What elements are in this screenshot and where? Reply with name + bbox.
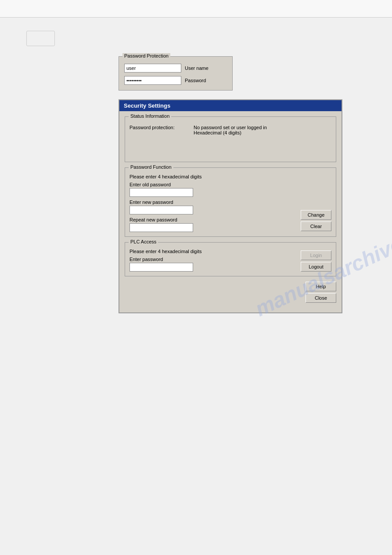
status-value-line1: No password set or user logged in bbox=[194, 125, 267, 130]
password-function-row: Please enter 4 hexadecimal digits Enter … bbox=[129, 174, 331, 232]
password-input[interactable] bbox=[124, 76, 181, 85]
password-function-legend: Password Function bbox=[129, 164, 173, 170]
plc-row: Please enter 4 hexadecimal digits Enter … bbox=[129, 249, 331, 272]
password-function-group: Password Function Please enter 4 hexadec… bbox=[125, 167, 336, 237]
status-value: No password set or user logged in Hexade… bbox=[194, 125, 267, 135]
pf-buttons: Change Clear bbox=[301, 210, 331, 231]
plc-instruction: Please enter 4 hexadecimal digits bbox=[129, 249, 295, 254]
small-button[interactable] bbox=[26, 31, 55, 46]
help-button[interactable]: Help bbox=[306, 282, 336, 291]
status-legend: Status Information bbox=[129, 113, 171, 119]
password-protection-label: Password protection: bbox=[129, 125, 187, 135]
close-button[interactable]: Close bbox=[306, 293, 336, 303]
bottom-buttons: Help Close bbox=[125, 282, 336, 307]
security-settings-dialog: manualsarchive.com Security Settings Sta… bbox=[119, 99, 342, 313]
password-protection-panel: Password Protection User name Password bbox=[119, 56, 233, 91]
pf-instruction: Please enter 4 hexadecimal digits bbox=[129, 174, 295, 179]
dialog-title: Security Settings bbox=[124, 102, 170, 109]
repeat-password-label: Repeat new password bbox=[129, 217, 295, 222]
clear-button[interactable]: Clear bbox=[301, 221, 331, 231]
logout-button[interactable]: Logout bbox=[301, 262, 331, 272]
username-label: User name bbox=[185, 65, 209, 71]
plc-access-group: PLC Access Please enter 4 hexadecimal di… bbox=[125, 242, 336, 276]
new-password-label: Enter new password bbox=[129, 200, 295, 205]
plc-access-legend: PLC Access bbox=[129, 239, 158, 244]
dialog-titlebar: Security Settings bbox=[119, 100, 342, 111]
pf-fields: Please enter 4 hexadecimal digits Enter … bbox=[129, 174, 295, 232]
plc-password-label: Enter password bbox=[129, 257, 295, 262]
username-input[interactable] bbox=[124, 64, 181, 73]
new-password-input[interactable] bbox=[129, 206, 193, 214]
plc-buttons: Login Logout bbox=[301, 250, 331, 272]
plc-password-input[interactable] bbox=[129, 263, 193, 272]
username-row: User name bbox=[124, 64, 227, 73]
login-button[interactable]: Login bbox=[301, 250, 331, 260]
change-button[interactable]: Change bbox=[301, 210, 331, 220]
top-bar bbox=[0, 0, 392, 18]
status-information-group: Status Information Password protection: … bbox=[125, 116, 336, 162]
old-password-input[interactable] bbox=[129, 188, 193, 197]
status-row: Password protection: No password set or … bbox=[129, 125, 331, 135]
password-protection-legend: Password Protection bbox=[122, 53, 170, 58]
repeat-password-input[interactable] bbox=[129, 223, 193, 232]
password-label: Password bbox=[185, 78, 206, 83]
status-value-line2: Hexadecimal (4 digits) bbox=[194, 130, 267, 135]
plc-fields: Please enter 4 hexadecimal digits Enter … bbox=[129, 249, 295, 272]
old-password-label: Enter old password bbox=[129, 182, 295, 187]
password-row: Password bbox=[124, 76, 227, 85]
